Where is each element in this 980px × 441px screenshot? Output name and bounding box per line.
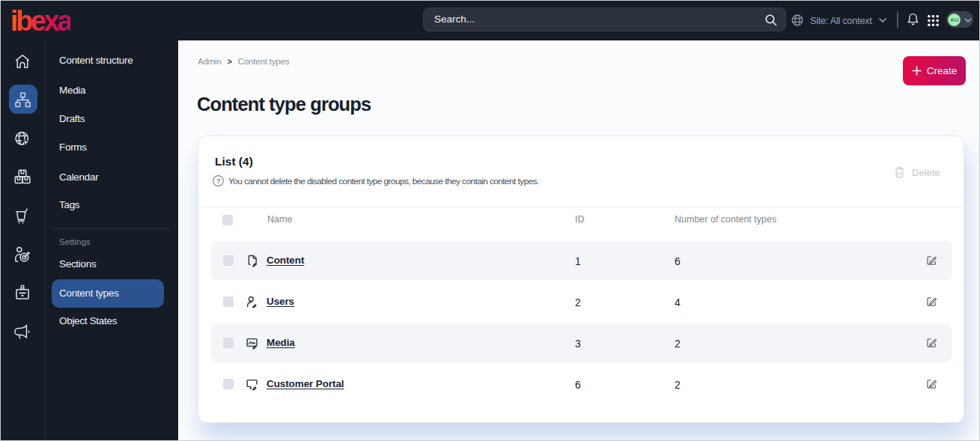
svg-text:?: ? (216, 177, 221, 185)
